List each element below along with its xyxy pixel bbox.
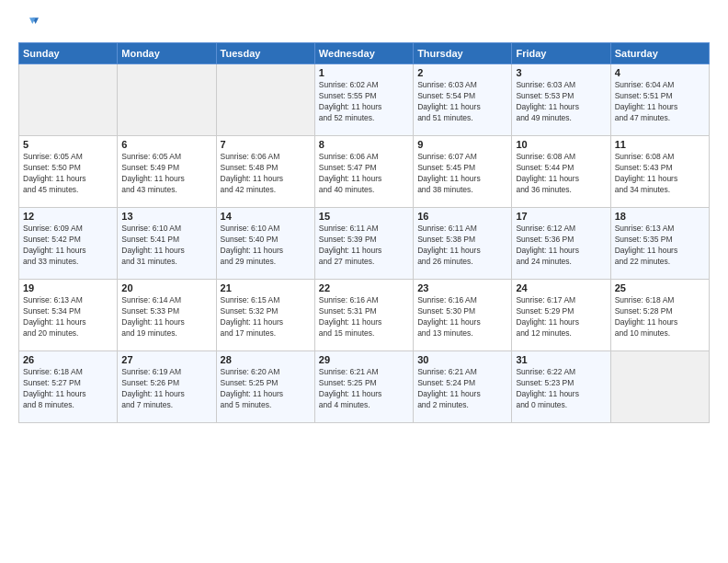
day-detail: Sunrise: 6:20 AM Sunset: 5:25 PM Dayligh… [221, 367, 311, 411]
day-detail: Sunrise: 6:17 AM Sunset: 5:29 PM Dayligh… [516, 295, 606, 339]
day-detail: Sunrise: 6:06 AM Sunset: 5:47 PM Dayligh… [319, 152, 409, 196]
day-number: 19 [23, 282, 113, 293]
calendar-cell: 28Sunrise: 6:20 AM Sunset: 5:25 PM Dayli… [216, 351, 314, 423]
day-number: 11 [615, 139, 705, 150]
day-number: 4 [615, 67, 705, 78]
day-number: 10 [516, 139, 606, 150]
day-number: 21 [221, 282, 311, 293]
day-number: 5 [23, 139, 113, 150]
day-number: 22 [319, 282, 409, 293]
calendar-cell: 4Sunrise: 6:04 AM Sunset: 5:51 PM Daylig… [610, 64, 709, 136]
calendar-table: SundayMondayTuesdayWednesdayThursdayFrid… [18, 42, 710, 423]
day-number: 29 [319, 354, 409, 365]
day-detail: Sunrise: 6:05 AM Sunset: 5:50 PM Dayligh… [23, 152, 113, 196]
day-detail: Sunrise: 6:13 AM Sunset: 5:34 PM Dayligh… [23, 295, 113, 339]
calendar-page: SundayMondayTuesdayWednesdayThursdayFrid… [0, 0, 728, 563]
day-number: 6 [121, 139, 211, 150]
day-number: 1 [319, 67, 409, 78]
day-number: 28 [221, 354, 311, 365]
calendar-header: SundayMondayTuesdayWednesdayThursdayFrid… [19, 43, 710, 64]
day-detail: Sunrise: 6:06 AM Sunset: 5:48 PM Dayligh… [221, 152, 311, 196]
calendar-cell [610, 351, 709, 423]
calendar-cell: 10Sunrise: 6:08 AM Sunset: 5:44 PM Dayli… [512, 136, 610, 208]
calendar-cell: 29Sunrise: 6:21 AM Sunset: 5:25 PM Dayli… [314, 351, 413, 423]
day-number: 24 [516, 282, 606, 293]
calendar-week-row: 5Sunrise: 6:05 AM Sunset: 5:50 PM Daylig… [19, 136, 710, 208]
day-detail: Sunrise: 6:08 AM Sunset: 5:43 PM Dayligh… [615, 152, 705, 196]
day-detail: Sunrise: 6:15 AM Sunset: 5:32 PM Dayligh… [221, 295, 311, 339]
calendar-week-row: 26Sunrise: 6:18 AM Sunset: 5:27 PM Dayli… [19, 351, 710, 423]
weekday-header: Tuesday [216, 43, 314, 64]
calendar-cell: 16Sunrise: 6:11 AM Sunset: 5:38 PM Dayli… [414, 208, 512, 280]
day-number: 12 [23, 211, 113, 222]
calendar-cell: 25Sunrise: 6:18 AM Sunset: 5:28 PM Dayli… [610, 280, 709, 351]
day-number: 17 [516, 211, 606, 222]
calendar-cell [118, 64, 216, 136]
day-number: 26 [23, 354, 113, 365]
calendar-cell: 20Sunrise: 6:14 AM Sunset: 5:33 PM Dayli… [118, 280, 216, 351]
day-detail: Sunrise: 6:12 AM Sunset: 5:36 PM Dayligh… [516, 224, 606, 268]
weekday-header: Sunday [19, 43, 118, 64]
day-number: 25 [615, 282, 705, 293]
calendar-cell: 21Sunrise: 6:15 AM Sunset: 5:32 PM Dayli… [216, 280, 314, 351]
calendar-week-row: 12Sunrise: 6:09 AM Sunset: 5:42 PM Dayli… [19, 208, 710, 280]
calendar-cell: 26Sunrise: 6:18 AM Sunset: 5:27 PM Dayli… [19, 351, 118, 423]
calendar-cell: 5Sunrise: 6:05 AM Sunset: 5:50 PM Daylig… [19, 136, 118, 208]
weekday-header: Wednesday [314, 43, 413, 64]
day-number: 31 [516, 354, 606, 365]
day-detail: Sunrise: 6:16 AM Sunset: 5:31 PM Dayligh… [319, 295, 409, 339]
calendar-body: 1Sunrise: 6:02 AM Sunset: 5:55 PM Daylig… [19, 64, 710, 423]
calendar-cell: 3Sunrise: 6:03 AM Sunset: 5:53 PM Daylig… [512, 64, 610, 136]
calendar-cell: 18Sunrise: 6:13 AM Sunset: 5:35 PM Dayli… [610, 208, 709, 280]
logo [18, 15, 40, 33]
calendar-cell: 12Sunrise: 6:09 AM Sunset: 5:42 PM Dayli… [19, 208, 118, 280]
calendar-cell: 23Sunrise: 6:16 AM Sunset: 5:30 PM Dayli… [414, 280, 512, 351]
day-number: 14 [221, 211, 311, 222]
weekday-row: SundayMondayTuesdayWednesdayThursdayFrid… [19, 43, 710, 64]
weekday-header: Monday [118, 43, 216, 64]
day-number: 27 [121, 354, 211, 365]
weekday-header: Thursday [414, 43, 512, 64]
logo-icon [20, 15, 39, 33]
day-detail: Sunrise: 6:03 AM Sunset: 5:54 PM Dayligh… [417, 80, 507, 124]
day-detail: Sunrise: 6:10 AM Sunset: 5:41 PM Dayligh… [121, 224, 211, 268]
day-detail: Sunrise: 6:02 AM Sunset: 5:55 PM Dayligh… [319, 80, 409, 124]
calendar-cell: 30Sunrise: 6:21 AM Sunset: 5:24 PM Dayli… [414, 351, 512, 423]
calendar-cell: 9Sunrise: 6:07 AM Sunset: 5:45 PM Daylig… [414, 136, 512, 208]
calendar-cell: 15Sunrise: 6:11 AM Sunset: 5:39 PM Dayli… [314, 208, 413, 280]
calendar-cell: 2Sunrise: 6:03 AM Sunset: 5:54 PM Daylig… [414, 64, 512, 136]
calendar-cell: 6Sunrise: 6:05 AM Sunset: 5:49 PM Daylig… [118, 136, 216, 208]
calendar-cell: 17Sunrise: 6:12 AM Sunset: 5:36 PM Dayli… [512, 208, 610, 280]
calendar-week-row: 1Sunrise: 6:02 AM Sunset: 5:55 PM Daylig… [19, 64, 710, 136]
day-detail: Sunrise: 6:21 AM Sunset: 5:24 PM Dayligh… [417, 367, 507, 411]
calendar-cell: 19Sunrise: 6:13 AM Sunset: 5:34 PM Dayli… [19, 280, 118, 351]
day-detail: Sunrise: 6:16 AM Sunset: 5:30 PM Dayligh… [417, 295, 507, 339]
calendar-cell: 13Sunrise: 6:10 AM Sunset: 5:41 PM Dayli… [118, 208, 216, 280]
calendar-cell: 22Sunrise: 6:16 AM Sunset: 5:31 PM Dayli… [314, 280, 413, 351]
day-detail: Sunrise: 6:18 AM Sunset: 5:28 PM Dayligh… [615, 295, 705, 339]
calendar-cell: 24Sunrise: 6:17 AM Sunset: 5:29 PM Dayli… [512, 280, 610, 351]
day-number: 18 [615, 211, 705, 222]
day-detail: Sunrise: 6:07 AM Sunset: 5:45 PM Dayligh… [417, 152, 507, 196]
calendar-cell [216, 64, 314, 136]
calendar-cell: 27Sunrise: 6:19 AM Sunset: 5:26 PM Dayli… [118, 351, 216, 423]
calendar-cell: 1Sunrise: 6:02 AM Sunset: 5:55 PM Daylig… [314, 64, 413, 136]
day-number: 3 [516, 67, 606, 78]
day-detail: Sunrise: 6:03 AM Sunset: 5:53 PM Dayligh… [516, 80, 606, 124]
day-number: 15 [319, 211, 409, 222]
day-detail: Sunrise: 6:11 AM Sunset: 5:39 PM Dayligh… [319, 224, 409, 268]
calendar-cell: 14Sunrise: 6:10 AM Sunset: 5:40 PM Dayli… [216, 208, 314, 280]
calendar-cell: 7Sunrise: 6:06 AM Sunset: 5:48 PM Daylig… [216, 136, 314, 208]
day-detail: Sunrise: 6:05 AM Sunset: 5:49 PM Dayligh… [121, 152, 211, 196]
day-detail: Sunrise: 6:09 AM Sunset: 5:42 PM Dayligh… [23, 224, 113, 268]
day-number: 23 [417, 282, 507, 293]
calendar-cell [19, 64, 118, 136]
day-number: 7 [221, 139, 311, 150]
day-detail: Sunrise: 6:18 AM Sunset: 5:27 PM Dayligh… [23, 367, 113, 411]
day-number: 16 [417, 211, 507, 222]
day-detail: Sunrise: 6:11 AM Sunset: 5:38 PM Dayligh… [417, 224, 507, 268]
day-detail: Sunrise: 6:22 AM Sunset: 5:23 PM Dayligh… [516, 367, 606, 411]
day-number: 30 [417, 354, 507, 365]
day-detail: Sunrise: 6:21 AM Sunset: 5:25 PM Dayligh… [319, 367, 409, 411]
day-detail: Sunrise: 6:08 AM Sunset: 5:44 PM Dayligh… [516, 152, 606, 196]
